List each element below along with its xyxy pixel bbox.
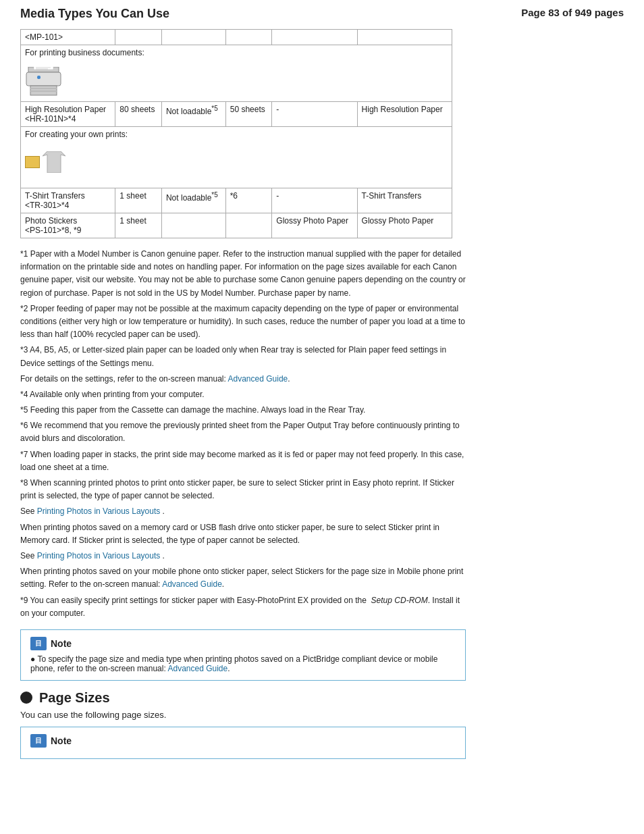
cell-hr-50sheets: 50 sheets [225, 102, 272, 127]
cell-ps-empty [161, 213, 225, 238]
note-content: ● To specify the page size and media typ… [30, 654, 456, 673]
cell-business-header: For printing business documents: [21, 45, 452, 102]
svg-rect-4 [30, 88, 57, 89]
svg-rect-3 [37, 76, 41, 79]
advanced-guide-link-8[interactable]: Advanced Guide [162, 579, 222, 589]
note-bottom-icon: 目 [30, 734, 47, 748]
footnote-7: *7 When loading paper in stacks, the pri… [20, 448, 466, 474]
svg-marker-9 [43, 151, 65, 173]
page-number: Page 83 of 949 pages [521, 7, 624, 18]
cell-tr-star6: *6 [225, 188, 272, 213]
table-row-tr301: T-Shirt Transfers<TR-301>*4 1 sheet Not … [21, 188, 452, 213]
table-row-hr101n: High Resolution Paper<HR-101N>*4 80 shee… [21, 102, 452, 127]
note-label: Note [51, 638, 72, 649]
tshirt-icons-area [25, 149, 448, 176]
note-bottom-label: Note [51, 735, 72, 746]
page-sizes-subtext: You can use the following page sizes. [20, 710, 624, 720]
sticker-icon [25, 156, 40, 168]
tshirt-icon [43, 151, 65, 173]
cell-paper-type-ps: Photo Stickers<PS-101>*8, *9 [21, 213, 115, 238]
table-row-business-header: For printing business documents: [21, 45, 452, 102]
footnote-8-see1: See Printing Photos in Various Layouts . [20, 505, 466, 518]
table-row-ps101: Photo Stickers<PS-101>*8, *9 1 sheet Glo… [21, 213, 452, 238]
cell-empty1 [115, 30, 162, 45]
advanced-guide-link-note[interactable]: Advanced Guide [167, 664, 227, 673]
page-sizes-heading-container: Page Sizes [20, 690, 624, 706]
footnote-5: *5 Feeding this paper from the Cassette … [20, 404, 466, 417]
cell-hr-name: High Resolution Paper [357, 102, 452, 127]
cell-mp101: <MP-101> [21, 30, 115, 45]
printing-photos-link-1[interactable]: Printing Photos in Various Layouts [37, 506, 161, 516]
footnote-8-see2: See Printing Photos in Various Layouts . [20, 550, 466, 563]
page-sizes-heading: Page Sizes [39, 690, 110, 706]
cell-tr-sheet: 1 sheet [115, 188, 162, 213]
svg-rect-6 [34, 67, 53, 70]
note-bottom-header: 目 Note [30, 734, 456, 748]
cell-tr-dash: - [272, 188, 357, 213]
advanced-guide-link-3[interactable]: Advanced Guide [228, 374, 288, 384]
cell-empty5 [357, 30, 452, 45]
footnote-6: *6 We recommend that you remove the prev… [20, 419, 466, 445]
cell-tr-name: T-Shirt Transfers [357, 188, 452, 213]
table-row-custom-header: For creating your own prints: [21, 127, 452, 188]
note-header: 目 Note [30, 637, 456, 650]
note-box-bottom: 目 Note [20, 727, 466, 759]
footnote-8b: When printing photos saved on a memory c… [20, 521, 466, 547]
printing-photos-link-2[interactable]: Printing Photos in Various Layouts [37, 551, 161, 561]
note-icon: 目 [30, 637, 47, 650]
cell-empty4 [272, 30, 357, 45]
cell-empty2 [161, 30, 225, 45]
footnotes-section: *1 Paper with a Model Number is Canon ge… [20, 248, 466, 620]
footnote-8c: When printing photos saved on your mobil… [20, 565, 466, 591]
cell-hr-sheets: 80 sheets [115, 102, 162, 127]
cell-ps-glossy1: Glossy Photo Paper [272, 213, 357, 238]
cell-tr-loadable: Not loadable*5 [161, 188, 225, 213]
cell-ps-glossy2: Glossy Photo Paper [357, 213, 452, 238]
footnote-3b: For details on the settings, refer to th… [20, 373, 466, 386]
table-row: <MP-101> [21, 30, 452, 45]
footnote-8a: *8 When scanning printed photos to print… [20, 477, 466, 502]
printer-icon [25, 67, 62, 97]
cell-hr-dash: - [272, 102, 357, 127]
footnote-9: *9 You can easily specify print settings… [20, 594, 466, 620]
bullet-circle-icon [20, 692, 32, 704]
page-title: Media Types You Can Use [20, 7, 169, 21]
cell-hr-loadable: Not loadable*5 [161, 102, 225, 127]
svg-rect-1 [26, 72, 61, 86]
note-box: 目 Note ● To specify the page size and me… [20, 629, 466, 681]
footnote-3a: *3 A4, B5, A5, or Letter-sized plain pap… [20, 344, 466, 369]
footnote-1: *1 Paper with a Model Number is Canon ge… [20, 248, 466, 300]
page-sizes-section: Page Sizes You can use the following pag… [20, 690, 624, 759]
cell-custom-header: For creating your own prints: [21, 127, 452, 188]
cell-paper-type-hr: High Resolution Paper<HR-101N>*4 [21, 102, 115, 127]
svg-rect-5 [30, 90, 57, 92]
footnote-4: *4 Available only when printing from you… [20, 388, 466, 401]
cell-ps-empty2 [225, 213, 272, 238]
cell-empty3 [225, 30, 272, 45]
cell-paper-type-tr: T-Shirt Transfers<TR-301>*4 [21, 188, 115, 213]
footnote-2: *2 Proper feeding of paper may not be po… [20, 303, 466, 342]
cell-ps-sheet: 1 sheet [115, 213, 162, 238]
media-types-table: <MP-101> For printing business documents… [20, 29, 452, 238]
